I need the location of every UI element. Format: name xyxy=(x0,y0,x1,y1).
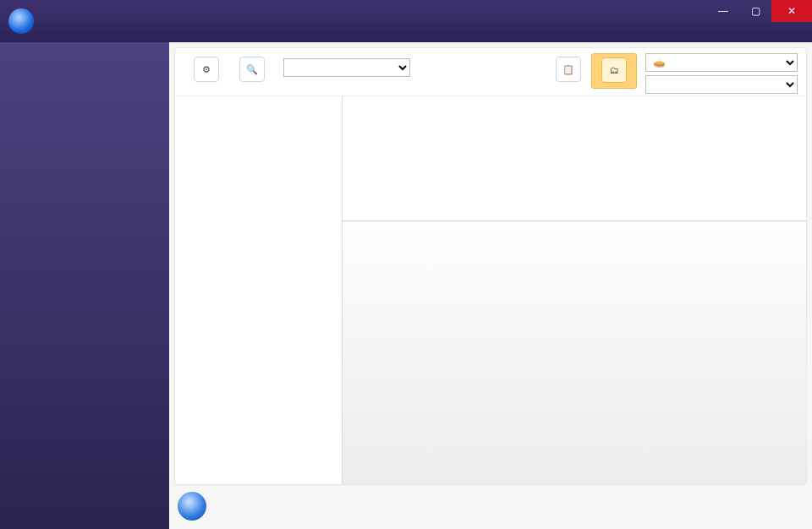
disc-icon xyxy=(178,492,206,521)
drive-select[interactable] xyxy=(283,58,410,77)
sidebar xyxy=(0,42,169,529)
gear-icon: ⚙ xyxy=(194,57,219,82)
titlebar: — ▢ ✕ xyxy=(0,0,812,42)
toolbar: ⚙ 🔍 📋 🗂 xyxy=(175,48,806,96)
minimize-button[interactable]: — xyxy=(707,0,739,22)
status-footer xyxy=(169,485,812,529)
files-button[interactable]: 📋 xyxy=(546,53,591,87)
analyze-button[interactable]: 🔍 xyxy=(229,53,275,87)
window-controls: — ▢ ✕ xyxy=(707,0,812,22)
magnify-disc-icon: 🔍 xyxy=(239,57,265,82)
files-icon: 📋 xyxy=(556,57,581,82)
chart-select[interactable]: 🥧 xyxy=(645,53,798,72)
structure-button[interactable]: 🗂 xyxy=(591,53,637,89)
close-button[interactable]: ✕ xyxy=(771,0,812,22)
maximize-button[interactable]: ▢ xyxy=(739,0,771,22)
pie-svg xyxy=(393,230,698,458)
license-label xyxy=(0,512,169,529)
folder-grid[interactable] xyxy=(343,96,806,221)
folder-tree[interactable] xyxy=(175,96,343,484)
structure-icon: 🗂 xyxy=(601,57,627,83)
app-logo-icon xyxy=(8,8,34,34)
options-button[interactable]: ⚙ xyxy=(184,53,229,87)
content-area: ⚙ 🔍 📋 🗂 xyxy=(169,42,812,529)
pie-chart xyxy=(343,221,806,484)
show-select[interactable] xyxy=(645,75,798,94)
